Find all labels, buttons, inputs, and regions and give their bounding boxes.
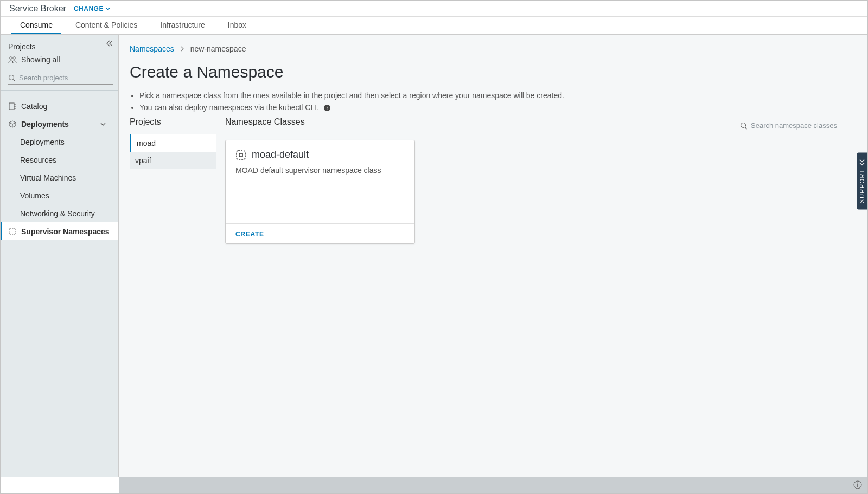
classes-header: Namespace Classes	[225, 117, 857, 134]
info-icon[interactable]: i	[323, 104, 331, 112]
svg-point-1	[13, 57, 15, 59]
change-service-link[interactable]: CHANGE	[74, 5, 111, 12]
deployments-icon	[8, 120, 17, 129]
instruction-2: You can also deploy namespaces via the k…	[139, 103, 857, 112]
breadcrumb-root[interactable]: Namespaces	[130, 44, 174, 53]
namespace-class-icon	[235, 150, 246, 161]
svg-rect-4	[9, 103, 14, 110]
card-desc: MOAD default supervisor namespace class	[235, 166, 405, 175]
breadcrumb: Namespaces new-namespace	[130, 44, 857, 53]
breadcrumb-current: new-namespace	[190, 44, 246, 53]
card-title: moad-default	[235, 149, 405, 161]
card-footer: CREATE	[226, 223, 414, 243]
project-item-vpaif[interactable]: vpaif	[130, 152, 216, 169]
svg-rect-13	[11, 230, 14, 233]
nav-deployments-label: Deployments	[21, 120, 69, 129]
svg-line-10	[12, 123, 16, 124]
breadcrumb-separator	[180, 44, 185, 53]
instructions: Pick a namespace class from the ones ava…	[130, 91, 857, 112]
nav-supervisor-label: Supervisor Namespaces	[21, 227, 110, 236]
instruction-1: Pick a namespace class from the ones ava…	[139, 91, 857, 100]
app-title: Service Broker	[9, 4, 66, 14]
nav-sub-resources[interactable]: Resources	[1, 151, 118, 169]
svg-rect-19	[239, 153, 242, 157]
projects-header: Projects	[8, 42, 113, 51]
tab-nav: Consume Content & Policies Infrastructur…	[1, 17, 867, 35]
namespace-icon	[8, 227, 17, 236]
nav-sub-deployments[interactable]: Deployments	[1, 133, 118, 151]
tab-content-policies[interactable]: Content & Policies	[67, 17, 146, 34]
svg-rect-18	[237, 151, 245, 159]
change-label: CHANGE	[74, 5, 104, 12]
col-projects: Projects moad vpaif	[130, 117, 216, 244]
svg-text:i: i	[327, 105, 328, 111]
info-footer-icon[interactable]	[853, 480, 862, 491]
nav-list: Catalog Deployments Deployments Resource…	[1, 91, 118, 240]
search-projects-field[interactable]	[8, 72, 113, 85]
support-label: SUPPORT	[859, 169, 865, 203]
nav-sub-vms[interactable]: Virtual Machines	[1, 169, 118, 187]
chevron-down-icon	[100, 121, 106, 127]
nav-deployments[interactable]: Deployments	[1, 115, 118, 133]
tab-infrastructure[interactable]: Infrastructure	[151, 17, 213, 34]
svg-point-0	[10, 57, 12, 59]
svg-line-17	[745, 127, 748, 129]
nav-catalog[interactable]: Catalog	[1, 97, 118, 115]
columns: Projects moad vpaif Namespace Classes	[130, 117, 857, 244]
tab-inbox[interactable]: Inbox	[219, 17, 255, 34]
nav-sub-networking[interactable]: Networking & Security	[1, 204, 118, 222]
showing-all-label: Showing all	[21, 55, 60, 64]
chevron-double-left-icon	[105, 39, 114, 48]
nav-sub-volumes[interactable]: Volumes	[1, 187, 118, 204]
chevron-double-up-icon	[859, 159, 865, 165]
svg-rect-12	[9, 228, 16, 235]
card-body: moad-default MOAD default supervisor nam…	[226, 140, 414, 223]
svg-point-2	[9, 75, 14, 80]
search-classes-input[interactable]	[751, 121, 857, 130]
chevron-right-icon	[180, 46, 185, 52]
support-tab[interactable]: SUPPORT	[857, 152, 867, 209]
namespace-class-card: moad-default MOAD default supervisor nam…	[225, 140, 415, 244]
users-icon	[8, 56, 17, 63]
chevron-down-icon	[105, 6, 111, 11]
page-title: Create a Namespace	[130, 63, 857, 81]
showing-all-row[interactable]: Showing all	[8, 55, 113, 64]
svg-line-3	[14, 79, 16, 81]
classes-col-heading: Namespace Classes	[225, 117, 305, 127]
footer-bar	[119, 477, 867, 493]
search-projects-input[interactable]	[19, 74, 113, 82]
catalog-icon	[8, 102, 17, 111]
projects-col-heading: Projects	[130, 117, 216, 127]
create-button[interactable]: CREATE	[235, 230, 264, 238]
project-item-moad[interactable]: moad	[130, 134, 216, 152]
search-icon	[740, 122, 748, 130]
svg-line-9	[9, 123, 12, 124]
svg-point-22	[857, 482, 858, 483]
tab-consume[interactable]: Consume	[11, 17, 61, 34]
search-icon	[8, 74, 16, 82]
search-classes-field[interactable]	[740, 119, 857, 132]
sidebar-projects-block: Projects Showing all	[1, 35, 118, 91]
project-list: moad vpaif	[130, 134, 216, 169]
content-area: Namespaces new-namespace Create a Namesp…	[119, 35, 867, 477]
svg-point-16	[741, 123, 746, 127]
collapse-sidebar-button[interactable]	[105, 39, 114, 49]
main: Projects Showing all Catalog Deployments…	[1, 35, 867, 477]
header-bar: Service Broker CHANGE	[1, 1, 867, 17]
nav-supervisor-namespaces[interactable]: Supervisor Namespaces	[1, 222, 118, 240]
sidebar: Projects Showing all Catalog Deployments…	[1, 35, 119, 477]
nav-catalog-label: Catalog	[21, 102, 47, 111]
col-classes: Namespace Classes moad-default MOAD defa…	[225, 117, 857, 244]
